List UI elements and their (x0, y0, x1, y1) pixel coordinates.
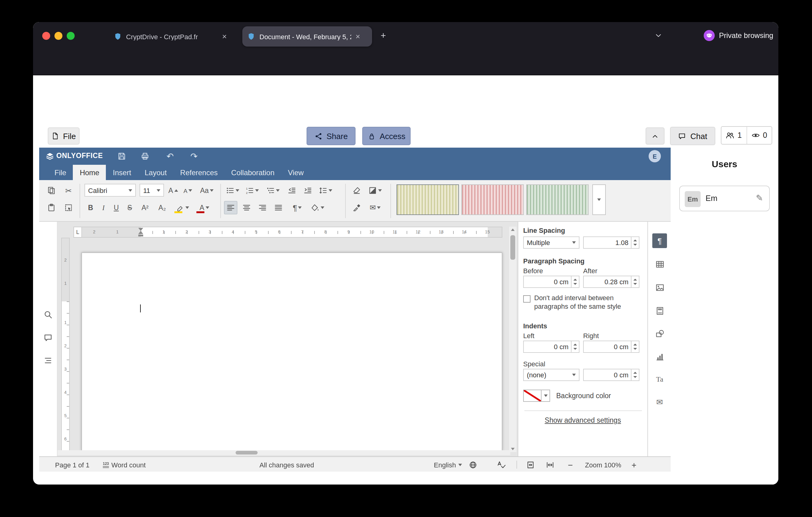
background-color-dropdown[interactable] (542, 389, 550, 402)
nonprinting-characters-button[interactable]: ¶ (289, 201, 306, 214)
editors-counter[interactable]: 1 (721, 127, 746, 144)
increase-indent-button[interactable] (301, 184, 315, 197)
no-interval-checkbox[interactable] (523, 295, 530, 303)
collaborator-avatar[interactable]: E (648, 150, 661, 162)
highlight-color-button[interactable] (173, 201, 192, 214)
zoom-out-button[interactable]: − (568, 457, 573, 472)
redo-icon[interactable]: ↷ (188, 151, 200, 162)
font-color-button[interactable]: A (195, 201, 214, 214)
decrease-font-button[interactable]: A (181, 184, 195, 197)
menu-tab-collaboration[interactable]: Collaboration (225, 165, 281, 180)
navigation-headings-icon[interactable] (44, 356, 53, 365)
spin-down-icon[interactable] (633, 348, 637, 350)
close-tab-icon[interactable]: × (222, 32, 227, 41)
print-icon[interactable] (140, 151, 150, 162)
copy-icon[interactable] (44, 184, 59, 197)
show-advanced-settings-link[interactable]: Show advanced settings (518, 416, 647, 424)
left-indent-marker[interactable] (138, 235, 143, 237)
spin-down-icon[interactable] (633, 283, 637, 285)
collapse-toolbar-button[interactable] (645, 128, 665, 144)
find-search-icon[interactable] (44, 310, 53, 319)
header-footer-settings-tab-icon[interactable] (652, 303, 667, 318)
numbering-button[interactable]: 12 (243, 184, 261, 197)
line-spacing-value-input[interactable]: 1.08 (583, 237, 639, 249)
style-preview-tile[interactable] (526, 184, 589, 215)
indent-left-input[interactable]: 0 cm (523, 341, 579, 353)
increase-font-button[interactable]: A (167, 184, 180, 197)
spin-up-icon[interactable] (633, 240, 637, 241)
subscript-button[interactable]: A₂ (154, 201, 170, 214)
table-settings-tab-icon[interactable] (652, 257, 667, 271)
tab-stop-selector[interactable]: L (74, 227, 82, 238)
fit-page-button[interactable] (526, 457, 535, 472)
spacing-before-input[interactable]: 0 cm (523, 276, 579, 288)
chart-settings-tab-icon[interactable] (652, 349, 667, 364)
window-minimize-button[interactable] (55, 32, 62, 40)
new-tab-button[interactable]: + (381, 30, 386, 40)
spin-down-icon[interactable] (633, 244, 637, 246)
underline-button[interactable]: U (110, 201, 122, 214)
user-list-item[interactable]: Em Em ✎ (679, 186, 770, 211)
style-preview-tile[interactable] (397, 184, 459, 215)
spinner-buttons[interactable] (631, 341, 639, 352)
decrease-indent-button[interactable] (285, 184, 299, 197)
v-ruler[interactable]: 21123456 (61, 238, 70, 451)
window-zoom-button[interactable] (67, 32, 75, 40)
scroll-down-arrow-icon[interactable] (511, 448, 515, 450)
spinner-buttons[interactable] (631, 370, 639, 380)
italic-button[interactable]: I (98, 201, 109, 214)
style-preview-tile[interactable] (461, 184, 524, 215)
fit-width-button[interactable] (546, 457, 554, 472)
multilevel-list-button[interactable] (263, 184, 283, 197)
spacing-after-input[interactable]: 0.28 cm (583, 276, 639, 288)
shape-settings-tab-icon[interactable] (652, 326, 667, 341)
menu-tab-file[interactable]: File (48, 165, 73, 180)
mail-merge-tab-icon[interactable]: ✉ (652, 394, 667, 409)
file-menu-button[interactable]: File (48, 128, 80, 144)
background-color-swatch[interactable] (523, 389, 542, 402)
page-indicator[interactable]: Page 1 of 1 (55, 457, 90, 472)
spin-up-icon[interactable] (573, 279, 577, 280)
shading-button[interactable] (366, 184, 384, 197)
justify-button[interactable] (272, 201, 285, 214)
menu-tab-view[interactable]: View (281, 165, 311, 180)
mail-merge-button[interactable]: ✉ (366, 201, 384, 214)
font-size-select[interactable]: 11 (140, 184, 164, 197)
spin-up-icon[interactable] (633, 372, 637, 374)
align-right-button[interactable] (256, 201, 269, 214)
v-scrollbar-thumb[interactable] (510, 235, 515, 260)
paste-icon[interactable] (44, 201, 59, 214)
indent-right-input[interactable]: 0 cm (583, 341, 639, 353)
viewers-counter[interactable]: 0 (746, 127, 772, 144)
language-selector[interactable]: English (434, 457, 462, 472)
window-close-button[interactable] (42, 32, 50, 40)
clear-style-button[interactable] (350, 184, 364, 197)
spellcheck-button[interactable] (497, 457, 506, 472)
strikethrough-button[interactable]: S (124, 201, 136, 214)
menu-tab-insert[interactable]: Insert (106, 165, 138, 180)
spin-up-icon[interactable] (633, 344, 637, 346)
spin-up-icon[interactable] (633, 279, 637, 280)
zoom-level-indicator[interactable]: Zoom 100% (585, 457, 621, 472)
edit-name-pencil-icon[interactable]: ✎ (756, 193, 763, 203)
zoom-in-button[interactable]: + (632, 457, 636, 472)
copy-style-button[interactable] (350, 201, 364, 214)
line-spacing-select[interactable]: Multiple (523, 237, 579, 249)
special-value-input[interactable]: 0 cm (583, 369, 639, 381)
h-ruler[interactable]: 21123456789101112131415 (81, 227, 502, 238)
cut-icon[interactable]: ✂ (61, 184, 76, 197)
chat-button[interactable]: Chat (670, 127, 715, 145)
close-tab-icon[interactable]: × (355, 32, 360, 41)
spinner-buttons[interactable] (631, 276, 639, 287)
comments-icon[interactable] (44, 333, 53, 343)
save-icon[interactable] (116, 151, 127, 162)
styles-gallery-expand-button[interactable] (592, 184, 606, 215)
text-art-settings-tab-icon[interactable]: Ta (652, 372, 667, 386)
paragraph-color-button[interactable] (309, 201, 327, 214)
vertical-scrollbar[interactable] (509, 227, 517, 452)
spin-up-icon[interactable] (573, 344, 577, 346)
paragraph-settings-tab-icon[interactable]: ¶ (652, 234, 667, 248)
browser-tab-document[interactable]: Document - Wed, February 5, 2 × (242, 26, 372, 47)
document-language-button[interactable] (469, 457, 477, 472)
h-scrollbar-thumb[interactable] (236, 451, 258, 455)
